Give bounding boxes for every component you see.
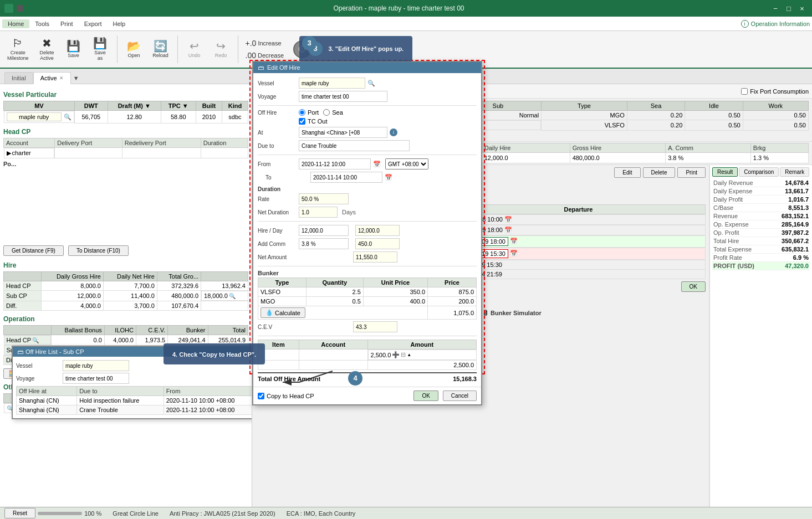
menu-print[interactable]: Print	[55, 19, 79, 28]
save-button[interactable]: 💾 Save	[62, 38, 86, 60]
result-profit-rate: Profit Rate 6.9 %	[712, 254, 810, 262]
search-icon[interactable]: 🔍	[229, 293, 236, 299]
eca-item: ECA : IMO, Each Country	[287, 510, 356, 517]
operation-info-link[interactable]: i Operation Information	[741, 20, 810, 28]
close-button[interactable]: ×	[796, 3, 808, 13]
redo-button[interactable]: ↪ Redo	[209, 38, 233, 60]
hire-day-input[interactable]	[299, 225, 349, 236]
increase-button[interactable]: +.0 Increase	[243, 38, 287, 49]
menu-export[interactable]: Export	[79, 19, 108, 28]
port-radio[interactable]	[299, 109, 305, 116]
bunker-total-row: 💧 Calculate 1,075.0	[258, 306, 477, 320]
offhire-row[interactable]: Shanghai (CN) Hold inspection failure 20…	[17, 396, 253, 405]
great-circle-text: Great Circle Line	[113, 510, 159, 517]
bunker-row-vlsfo: VLSFO 2.5 350.0 875.0	[258, 287, 477, 297]
result-tab[interactable]: Result	[712, 167, 738, 177]
zoom-slider[interactable]	[38, 512, 82, 515]
gmt-select[interactable]: GMT +08:00	[385, 158, 428, 169]
menu-tools[interactable]: Tools	[29, 19, 55, 28]
calculate-button[interactable]: 💧 Calculate	[261, 307, 305, 318]
comparison-tab[interactable]: Comparison	[739, 167, 779, 177]
up-icon[interactable]: ▲	[407, 352, 411, 357]
delete-active-button[interactable]: ✖ DeleteActive	[35, 35, 59, 63]
vessel-search-icon[interactable]: 🔍	[367, 80, 375, 87]
dialog-sep3	[258, 221, 477, 222]
increase-icon: +.0	[246, 39, 257, 48]
callout-step4: 4. Check "Copy to Head CP".	[164, 343, 265, 364]
dialog-cancel-button[interactable]: Cancel	[443, 390, 477, 401]
decrease-button[interactable]: .00 Decrease	[243, 50, 287, 61]
search-icon[interactable]: 🔍	[32, 337, 39, 343]
dialog-sep2	[258, 155, 477, 155]
net-duration-input[interactable]	[299, 207, 338, 218]
addcomm-input[interactable]	[299, 238, 349, 249]
distance-buttons: Get Distance (F9) To Distance (F10)	[3, 245, 248, 256]
result-op-expense: Op. Expense 285,164.9	[712, 220, 810, 229]
print-button[interactable]: Print	[677, 167, 706, 178]
offhire-vessel-input[interactable]	[63, 360, 129, 371]
dialog-ok-button[interactable]: OK	[413, 390, 438, 401]
copy-to-head-cp-checkbox[interactable]	[258, 393, 264, 399]
minimize-button[interactable]: −	[770, 3, 781, 13]
head-cp-header: Head CP	[3, 128, 248, 136]
reload-button[interactable]: 🔄 Reload	[149, 38, 173, 60]
calendar-icon3[interactable]: 📅	[510, 238, 518, 245]
vessel-search-icon[interactable]: 🔍	[64, 114, 72, 121]
copy-to-head-cp-label[interactable]: Copy to Head CP	[258, 393, 314, 399]
tab-active[interactable]: Active ✕	[33, 72, 71, 84]
edit-button[interactable]: Edit	[614, 167, 640, 178]
rate-input[interactable]	[299, 193, 349, 204]
remark-tab[interactable]: Remark	[780, 167, 809, 177]
to-row: To 📅	[258, 172, 477, 183]
to-input[interactable]	[310, 172, 382, 183]
calendar-icon[interactable]: 📅	[504, 216, 512, 223]
items-row2: 2,500.0	[258, 361, 477, 370]
to-calendar-icon[interactable]: 📅	[385, 174, 392, 181]
reset-button[interactable]: Reset	[4, 508, 35, 518]
ok-button[interactable]: OK	[681, 281, 706, 292]
at-input[interactable]	[299, 127, 387, 138]
sea-radio-label[interactable]: Sea	[323, 109, 343, 116]
at-info-icon[interactable]: i	[390, 129, 397, 136]
menu-help[interactable]: Help	[107, 19, 131, 28]
offhire-row[interactable]: Shanghai (CN) Crane Trouble 2020-11-12 1…	[17, 405, 253, 415]
calendar-icon4[interactable]: 📅	[510, 250, 518, 257]
window-title: Operation - maple ruby - time charter te…	[28, 4, 770, 12]
menu-home[interactable]: Home	[2, 19, 29, 28]
from-calendar-icon[interactable]: 📅	[373, 161, 381, 168]
get-distance-button[interactable]: Get Distance (F9)	[3, 245, 64, 256]
maximize-button[interactable]: □	[783, 3, 794, 13]
create-milestone-button[interactable]: 🏳 CreateMilestone	[3, 35, 33, 63]
delete-button[interactable]: Delete	[643, 167, 676, 178]
tc-out-checkbox[interactable]	[299, 118, 305, 125]
tab-initial[interactable]: Initial	[4, 72, 33, 84]
calendar-icon2[interactable]: 📅	[504, 227, 512, 234]
dialog-icon: 🗃	[258, 64, 264, 71]
minus-icon[interactable]: ⊟	[401, 351, 406, 358]
tc-out-label[interactable]: TC Out	[299, 118, 327, 125]
reload-icon: 🔄	[154, 40, 167, 52]
from-input[interactable]	[299, 158, 371, 169]
tab-dropdown-arrow[interactable]: ▼	[71, 73, 81, 84]
undo-button[interactable]: ↩ Undo	[182, 38, 207, 60]
sea-radio[interactable]	[323, 109, 330, 116]
open-button[interactable]: 📂 Open	[122, 38, 146, 60]
info-circle-icon: i	[741, 20, 749, 28]
result-sidebar: Result Comparison Remark Daily Revenue 1…	[709, 165, 812, 507]
dueto-input[interactable]	[299, 140, 410, 151]
reset-zoom-item: Reset 100 %	[4, 508, 101, 518]
result-revenue: Revenue 683,152.1	[712, 212, 810, 220]
voyage-row: Voyage	[258, 91, 477, 102]
plus-icon[interactable]: ➕	[392, 351, 400, 358]
offhire-voyage-input[interactable]	[63, 373, 129, 384]
vessel-input[interactable]	[299, 78, 365, 89]
head-cp-table: Account Delivery Port Redelivery Port Du…	[3, 138, 248, 159]
fix-port-consumption-checkbox[interactable]	[741, 88, 748, 95]
decrease-icon: .00	[246, 51, 256, 60]
tab-close-icon[interactable]: ✕	[59, 75, 64, 81]
voyage-input[interactable]	[299, 91, 387, 102]
save-as-button[interactable]: 💾 Saveas	[88, 35, 113, 63]
port-radio-label[interactable]: Port	[299, 109, 319, 116]
bunker-row-mgo: MGO 0.5 400.0 200.0	[258, 297, 477, 306]
to-distance-button[interactable]: To Distance (F10)	[68, 245, 129, 256]
